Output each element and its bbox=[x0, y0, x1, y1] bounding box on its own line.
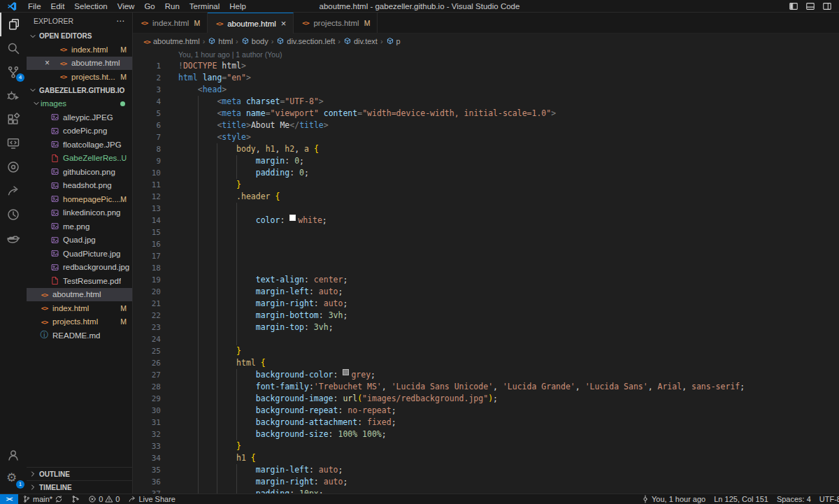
close-icon[interactable]: × bbox=[45, 58, 50, 68]
file-TestResume.pdf[interactable]: TestResume.pdf bbox=[27, 274, 132, 288]
activity-explorer[interactable] bbox=[0, 13, 27, 36]
line-number[interactable]: 33 bbox=[133, 440, 161, 452]
line-number[interactable]: 36 bbox=[133, 476, 161, 488]
code-line[interactable]: 1!DOCTYPE html> bbox=[133, 60, 839, 72]
line-number[interactable]: 13 bbox=[133, 203, 161, 215]
line-number[interactable]: 24 bbox=[133, 333, 161, 345]
menu-selection[interactable]: Selection bbox=[69, 0, 112, 12]
line-number[interactable]: 34 bbox=[133, 452, 161, 464]
code-editor[interactable]: You, 1 hour ago | 1 author (You) 1!DOCTY… bbox=[133, 49, 839, 494]
menu-terminal[interactable]: Terminal bbox=[185, 0, 224, 12]
line-number[interactable]: 4 bbox=[133, 96, 161, 108]
code-line[interactable]: 23margin-top: 3vh; bbox=[133, 322, 839, 333]
line-number[interactable]: 3 bbox=[133, 84, 161, 96]
status-problems[interactable]: 00 bbox=[84, 494, 124, 504]
activity-run-and-debug[interactable] bbox=[0, 84, 27, 108]
line-number[interactable]: 17 bbox=[133, 250, 161, 262]
code-line[interactable]: 37padding: 10px; bbox=[133, 488, 839, 494]
code-line[interactable]: 14color: white; bbox=[133, 215, 839, 226]
line-number[interactable]: 6 bbox=[133, 120, 161, 131]
section-root-folder[interactable]: GABEZELLER.GITHUB.IO bbox=[27, 84, 132, 97]
breadcrumb-item-div.text[interactable]: div.text bbox=[343, 37, 378, 45]
section-timeline[interactable]: TIMELINE bbox=[27, 480, 132, 494]
menu-run[interactable]: Run bbox=[160, 0, 185, 12]
code-line[interactable]: 4<meta charset="UTF-8"> bbox=[133, 96, 839, 108]
line-number[interactable]: 26 bbox=[133, 357, 161, 369]
layout-panel-bottom-icon[interactable] bbox=[805, 1, 815, 11]
code-line[interactable]: 20margin-left: auto; bbox=[133, 286, 839, 298]
code-line[interactable]: 22margin-bottom: 3vh; bbox=[133, 310, 839, 322]
code-line[interactable]: 25} bbox=[133, 345, 839, 357]
code-line[interactable]: 6<title>About Me</title> bbox=[133, 120, 839, 131]
section-open-editors[interactable]: OPEN EDITORS bbox=[27, 29, 132, 43]
code-line[interactable]: 27background-color: grey; bbox=[133, 369, 839, 381]
file-QuadPicture.jpg[interactable]: QuadPicture.jpg bbox=[27, 247, 132, 261]
line-number[interactable]: 18 bbox=[133, 262, 161, 274]
tab-aboutme.html[interactable]: <>aboutme.html× bbox=[208, 13, 294, 34]
line-number[interactable]: 10 bbox=[133, 167, 161, 179]
breadcrumb-item-html[interactable]: html bbox=[208, 37, 233, 45]
line-number[interactable]: 35 bbox=[133, 464, 161, 476]
remote-indicator[interactable]: >< bbox=[0, 494, 18, 504]
code-line[interactable]: 26html { bbox=[133, 357, 839, 369]
close-icon[interactable]: × bbox=[281, 18, 287, 29]
breadcrumb-item-div.section.left[interactable]: div.section.left bbox=[276, 37, 335, 45]
file-headshot.png[interactable]: headshot.png bbox=[27, 179, 132, 193]
line-number[interactable]: 14 bbox=[133, 215, 161, 226]
menu-view[interactable]: View bbox=[113, 0, 140, 12]
file-README.md[interactable]: ⓘREADME.md bbox=[27, 329, 132, 343]
line-number[interactable]: 23 bbox=[133, 322, 161, 333]
code-line[interactable]: 12.header { bbox=[133, 191, 839, 203]
status-git-branch[interactable]: main* bbox=[18, 494, 67, 504]
code-line[interactable]: 16 bbox=[133, 238, 839, 250]
line-number[interactable]: 1 bbox=[133, 60, 161, 72]
line-number[interactable]: 21 bbox=[133, 298, 161, 310]
line-number[interactable]: 12 bbox=[133, 191, 161, 203]
line-number[interactable]: 9 bbox=[133, 155, 161, 167]
more-actions-icon[interactable]: ⋯ bbox=[116, 16, 125, 26]
code-line[interactable]: 2html lang="en"> bbox=[133, 72, 839, 84]
line-number[interactable]: 31 bbox=[133, 417, 161, 429]
status-indentation[interactable]: Spaces: 4 bbox=[773, 495, 815, 503]
code-line[interactable]: 3<head> bbox=[133, 84, 839, 96]
file-projects.html[interactable]: <>projects.htmlM bbox=[27, 315, 132, 329]
file-GabeZellerRes...[interactable]: GabeZellerRes...U bbox=[27, 152, 132, 166]
activity-extensions[interactable] bbox=[0, 108, 27, 131]
tab-index.html[interactable]: <>index.htmlM bbox=[133, 13, 208, 33]
line-number[interactable]: 19 bbox=[133, 274, 161, 286]
activity-source-control[interactable]: 4 bbox=[0, 60, 27, 84]
menu-help[interactable]: Help bbox=[224, 0, 251, 12]
status-git-blame[interactable]: You, 1 hour ago bbox=[637, 495, 710, 503]
code-line[interactable]: 21margin-right: auto; bbox=[133, 298, 839, 310]
code-line[interactable]: 28font-family:'Trebuchet MS', 'Lucida Sa… bbox=[133, 381, 839, 393]
code-line[interactable]: 35margin-left: auto; bbox=[133, 464, 839, 476]
code-line[interactable]: 33} bbox=[133, 440, 839, 452]
line-number[interactable]: 25 bbox=[133, 345, 161, 357]
activity-history[interactable] bbox=[0, 203, 27, 226]
activity-accounts[interactable] bbox=[0, 443, 27, 467]
code-line[interactable]: 19text-align: center; bbox=[133, 274, 839, 286]
file-homepagePic....[interactable]: homepagePic....M bbox=[27, 192, 132, 206]
line-number[interactable]: 37 bbox=[133, 488, 161, 494]
code-line[interactable]: 18 bbox=[133, 262, 839, 274]
code-line[interactable]: 32background-size: 100% 100%; bbox=[133, 429, 839, 440]
open-editor-index.html[interactable]: <>index.htmlM bbox=[27, 43, 132, 57]
code-line[interactable]: 10padding: 0; bbox=[133, 167, 839, 179]
code-line[interactable]: 11} bbox=[133, 179, 839, 191]
code-line[interactable]: 36margin-right: auto; bbox=[133, 476, 839, 488]
section-outline[interactable]: OUTLINE bbox=[27, 467, 132, 480]
status-live-share[interactable]: Live Share bbox=[124, 494, 180, 504]
layout-sidebar-right-icon[interactable] bbox=[822, 1, 832, 11]
line-number[interactable]: 16 bbox=[133, 238, 161, 250]
line-number[interactable]: 28 bbox=[133, 381, 161, 393]
line-number[interactable]: 11 bbox=[133, 179, 161, 191]
line-number[interactable]: 20 bbox=[133, 286, 161, 298]
menu-file[interactable]: File bbox=[23, 0, 46, 12]
code-line[interactable]: 8body, h1, h2, a { bbox=[133, 143, 839, 155]
code-line[interactable]: 9margin: 0; bbox=[133, 155, 839, 167]
breadcrumb-item-aboutme.html[interactable]: <>aboutme.html bbox=[143, 37, 200, 45]
code-line[interactable]: 24 bbox=[133, 333, 839, 345]
activity-search[interactable] bbox=[0, 36, 27, 60]
file-linkedinicon.png[interactable]: linkedinicon.png bbox=[27, 206, 132, 220]
activity-remote-explorer[interactable] bbox=[0, 131, 27, 155]
